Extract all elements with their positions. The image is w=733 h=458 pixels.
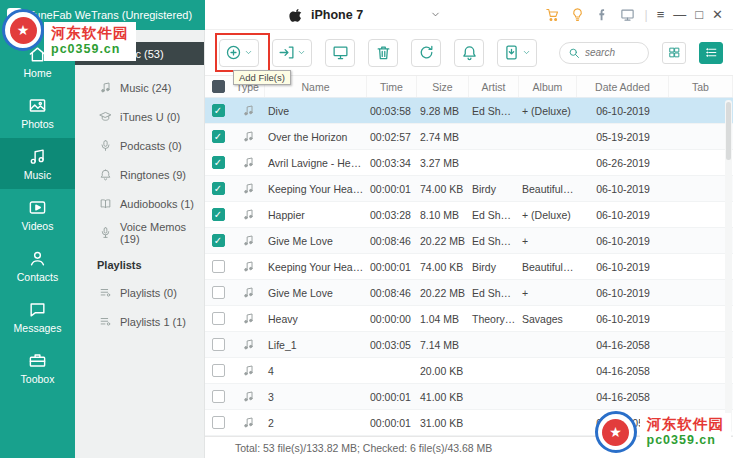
- library-item[interactable]: Playlists 1 (1): [75, 307, 204, 336]
- table-row[interactable]: ✓ Over the Horizon 00:02:57 2.74 MB 05-1…: [205, 124, 733, 150]
- row-checkbox[interactable]: ✓: [212, 156, 225, 169]
- library-item[interactable]: iTunes U (0): [75, 102, 204, 131]
- column-header-tab[interactable]: Tab: [669, 76, 733, 97]
- song-name: Keeping Your Head Up: [265, 183, 367, 195]
- minimize-icon[interactable]: —: [673, 8, 686, 21]
- row-checkbox[interactable]: ✓: [212, 130, 225, 143]
- table-row[interactable]: Life_1 00:03:05 7.14 MB 04-16-2058: [205, 332, 733, 358]
- row-checkbox[interactable]: ✓: [212, 104, 225, 117]
- library-item-label: Music (24): [120, 82, 171, 94]
- table-row[interactable]: ✓ Give Me Love 00:08:46 20.22 MB Ed Shee…: [205, 228, 733, 254]
- watermark-site-url: pc0359.cn: [51, 42, 129, 58]
- table-row[interactable]: ✓ Happier 00:03:28 8.10 MB Ed Sheeran + …: [205, 202, 733, 228]
- maximize-icon[interactable]: □: [695, 8, 703, 21]
- sidebar-item-label: Videos: [22, 220, 54, 232]
- backup-button[interactable]: [497, 39, 537, 67]
- sidebar-item-music[interactable]: Music: [0, 138, 75, 189]
- column-header-artist[interactable]: Artist: [469, 76, 519, 97]
- sidebar-item-label: Home: [23, 67, 51, 79]
- menu-icon[interactable]: ≡: [657, 8, 665, 21]
- column-header-size[interactable]: Size: [417, 76, 469, 97]
- column-header-date-added[interactable]: Date Added: [577, 76, 669, 97]
- add-files-tooltip: Add File(s): [233, 70, 291, 85]
- sidebar-item-contacts[interactable]: Contacts: [0, 240, 75, 291]
- table-row[interactable]: ✓ Dive 00:03:58 9.28 MB Ed Sheeran + (De…: [205, 98, 733, 124]
- song-time: 00:03:05: [367, 339, 417, 351]
- row-checkbox[interactable]: [212, 364, 225, 377]
- table-row[interactable]: Heavy 00:00:00 1.04 MB Theory of ... Sav…: [205, 306, 733, 332]
- song-size: 2.74 MB: [417, 131, 469, 143]
- sidebar-item-messages[interactable]: Messages: [0, 291, 75, 342]
- sidebar-item-videos[interactable]: Videos: [0, 189, 75, 240]
- watermark-stamp-icon: ★: [595, 411, 637, 453]
- song-album: + (Deluxe): [519, 105, 577, 117]
- library-item[interactable]: Music (24): [75, 73, 204, 102]
- table-row[interactable]: 4 20.00 KB 04-16-2058: [205, 358, 733, 384]
- column-header-album[interactable]: Album: [519, 76, 577, 97]
- scrollbar-thumb[interactable]: [726, 102, 731, 160]
- refresh-button[interactable]: [411, 39, 441, 67]
- table-row[interactable]: ✓ Keeping Your Head Up 00:00:01 74.00 KB…: [205, 176, 733, 202]
- sidebar-item-toobox[interactable]: Toobox: [0, 342, 75, 393]
- backup-icon: [503, 44, 520, 61]
- song-album: Beautiful L...: [519, 261, 577, 273]
- export-button[interactable]: [272, 39, 312, 67]
- library-item[interactable]: Audiobooks (1): [75, 189, 204, 218]
- song-size: 41.00 KB: [417, 391, 469, 403]
- library-item[interactable]: Podcasts (0): [75, 131, 204, 160]
- transfer-to-device-button[interactable]: [325, 39, 355, 67]
- music-note-icon: [242, 156, 255, 169]
- library-panel: ▼ All Music (53) Music (24) iTunes U (0)…: [75, 30, 205, 458]
- store-cart-icon[interactable]: [545, 7, 561, 23]
- row-checkbox[interactable]: ✓: [212, 208, 225, 221]
- table-row[interactable]: Give Me Love 00:08:46 20.22 MB Ed Sheera…: [205, 280, 733, 306]
- library-item[interactable]: Playlists (0): [75, 278, 204, 307]
- table-row[interactable]: 3 00:00:01 41.00 KB 04-16-2058: [205, 384, 733, 410]
- song-time: 00:00:01: [367, 391, 417, 403]
- delete-button[interactable]: [368, 39, 398, 67]
- chevron-down-icon: [244, 48, 253, 57]
- song-size: 31.00 KB: [417, 417, 469, 429]
- song-size: 8.10 MB: [417, 209, 469, 221]
- row-checkbox[interactable]: [212, 286, 225, 299]
- row-checkbox[interactable]: [212, 416, 225, 429]
- music-note-icon: [242, 286, 255, 299]
- song-size: 3.27 MB: [417, 157, 469, 169]
- song-time: 00:03:58: [367, 105, 417, 117]
- row-checkbox[interactable]: ✓: [212, 182, 225, 195]
- vertical-scrollbar[interactable]: [725, 100, 732, 433]
- row-checkbox[interactable]: [212, 312, 225, 325]
- library-item[interactable]: Ringtones (9): [75, 160, 204, 189]
- tips-bulb-icon[interactable]: [570, 7, 586, 23]
- sidebar-item-photos[interactable]: Photos: [0, 87, 75, 138]
- list-view-button[interactable]: [699, 42, 723, 64]
- table-row[interactable]: ✓ Avril Lavigne - Here's To... 00:03:34 …: [205, 150, 733, 176]
- library-item-label: iTunes U (0): [120, 111, 180, 123]
- row-checkbox[interactable]: [212, 260, 225, 273]
- table-row[interactable]: Keeping Your Head Up 00:00:01 74.00 KB B…: [205, 254, 733, 280]
- library-item-label: Audiobooks (1): [120, 198, 194, 210]
- library-item[interactable]: Voice Memos (19): [75, 218, 204, 247]
- grid-view-button[interactable]: [662, 42, 686, 64]
- select-all-checkbox[interactable]: [212, 80, 225, 93]
- watermark-stamp-star-icon: ★: [10, 17, 37, 44]
- add-file-button[interactable]: [219, 39, 259, 67]
- row-checkbox[interactable]: ✓: [212, 234, 225, 247]
- music-note-icon: [242, 312, 255, 325]
- watermark-top-left: 河东软件园 pc0359.cn: [44, 22, 136, 61]
- status-text: Total: 53 file(s)/133.82 MB; Checked: 6 …: [235, 442, 492, 454]
- song-artist: Birdy: [469, 261, 519, 273]
- song-time: 00:03:34: [367, 157, 417, 169]
- search-input[interactable]: [585, 47, 640, 58]
- toolbox-icon: [28, 351, 47, 370]
- close-icon[interactable]: ✕: [712, 8, 723, 21]
- row-checkbox[interactable]: [212, 390, 225, 403]
- row-checkbox[interactable]: [212, 338, 225, 351]
- ringtone-maker-button[interactable]: [454, 39, 484, 67]
- facebook-icon[interactable]: [595, 7, 611, 23]
- screen-mirror-icon[interactable]: [620, 7, 636, 23]
- song-name: Keeping Your Head Up: [265, 261, 367, 273]
- column-header-time[interactable]: Time: [367, 76, 417, 97]
- song-album: +: [519, 235, 577, 247]
- device-selector[interactable]: iPhone 7: [289, 8, 441, 22]
